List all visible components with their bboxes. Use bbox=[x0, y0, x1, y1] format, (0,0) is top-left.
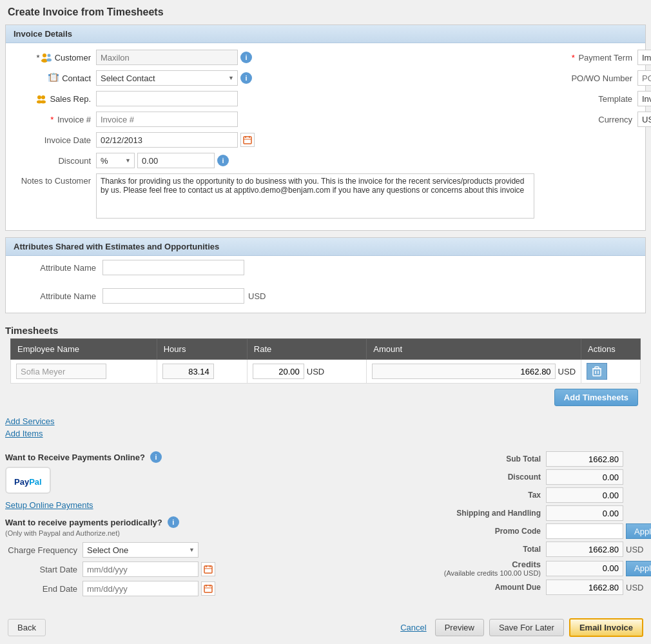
start-date-input[interactable] bbox=[83, 561, 199, 577]
col-actions: Actions bbox=[581, 339, 641, 360]
svg-text:📋: 📋 bbox=[48, 73, 59, 83]
payments-column: Want to Receive Payments Online? i PayPa… bbox=[5, 446, 375, 605]
sales-rep-input[interactable] bbox=[96, 91, 238, 106]
total-row: Total USD bbox=[388, 542, 646, 557]
notes-textarea[interactable]: Thanks for providing us the opportunity … bbox=[96, 173, 534, 219]
payment-term-select[interactable]: Immediate bbox=[637, 50, 651, 65]
amount-due-suffix: USD bbox=[623, 583, 646, 592]
attr1-row: Attribute Name bbox=[6, 256, 645, 279]
invoice-num-input[interactable] bbox=[96, 112, 238, 127]
add-links-section: Add Services Add Items bbox=[0, 411, 651, 446]
rate-suffix: USD bbox=[307, 367, 324, 376]
customer-input[interactable] bbox=[96, 50, 238, 65]
invoice-date-input[interactable]: 02/12/2013 bbox=[96, 132, 238, 148]
end-date-calendar-icon[interactable] bbox=[201, 581, 215, 596]
amount-input[interactable] bbox=[372, 364, 555, 379]
employee-name-input[interactable] bbox=[16, 364, 106, 379]
delete-timesheet-button[interactable] bbox=[587, 363, 607, 380]
email-invoice-button[interactable]: Email Invoice bbox=[569, 618, 643, 637]
template-row: Template Invoices Template bbox=[560, 91, 651, 106]
contact-select-wrap: Select Contact bbox=[96, 70, 238, 86]
paypal-button[interactable]: PayPal bbox=[5, 467, 51, 494]
total-discount-row: Discount bbox=[388, 469, 646, 485]
promo-row: Promo Code Apply bbox=[388, 523, 646, 539]
save-button[interactable]: Save For Later bbox=[489, 619, 564, 636]
invoice-details-section: Invoice Details * Customer i bbox=[5, 24, 646, 231]
add-items-link[interactable]: Add Items bbox=[5, 429, 646, 438]
preview-button[interactable]: Preview bbox=[435, 619, 484, 636]
setup-payments-link[interactable]: Setup Online Payments bbox=[5, 500, 93, 510]
invoice-num-row: * Invoice # bbox=[19, 112, 534, 127]
contact-label: Contact bbox=[62, 73, 91, 83]
end-date-label: End Date bbox=[5, 584, 83, 594]
payment-term-select-wrap: Immediate bbox=[637, 50, 651, 65]
credits-apply-button[interactable]: Apply bbox=[626, 561, 651, 576]
total-discount-value bbox=[546, 469, 623, 485]
customer-label: Customer bbox=[55, 53, 91, 63]
discount-info-icon[interactable]: i bbox=[217, 155, 229, 166]
periodic-payments-title: Want to receive payments periodically? i bbox=[5, 516, 375, 528]
rate-cell: USD bbox=[247, 360, 366, 384]
credits-note: (Available credits 100.00 USD) bbox=[430, 569, 541, 577]
add-services-link[interactable]: Add Services bbox=[5, 416, 646, 426]
charge-freq-select[interactable]: Select One bbox=[83, 542, 199, 558]
start-date-calendar-icon[interactable] bbox=[201, 562, 215, 576]
svg-point-0 bbox=[43, 54, 46, 57]
currency-row: Currency USD bbox=[560, 112, 651, 127]
back-button[interactable]: Back bbox=[8, 619, 46, 636]
periodic-note: (Only with Paypal and Authorize.net) bbox=[5, 529, 375, 537]
shipping-value bbox=[546, 505, 623, 521]
paypal-pal-text: Pal bbox=[29, 477, 42, 487]
cancel-button[interactable]: Cancel bbox=[397, 620, 429, 636]
tax-value bbox=[546, 487, 623, 503]
periodic-info-icon[interactable]: i bbox=[168, 516, 179, 528]
payment-term-label: Payment Term bbox=[578, 53, 632, 63]
shipping-row: Shipping and Handling bbox=[388, 505, 646, 521]
svg-point-9 bbox=[41, 95, 45, 99]
rate-input[interactable] bbox=[253, 364, 304, 379]
svg-rect-24 bbox=[204, 585, 212, 592]
promo-apply-button[interactable]: Apply bbox=[626, 523, 651, 539]
notes-row: Notes to Customer Thanks for providing u… bbox=[19, 173, 534, 219]
currency-select-wrap: USD bbox=[637, 112, 651, 127]
discount-type-select[interactable]: % $ bbox=[96, 153, 135, 168]
discount-value-input[interactable] bbox=[137, 153, 215, 168]
sales-rep-label: Sales Rep. bbox=[50, 94, 91, 104]
template-select[interactable]: Invoices Template bbox=[637, 91, 651, 106]
discount-type-select-wrap: % $ bbox=[96, 153, 135, 168]
contact-select[interactable]: Select Contact bbox=[96, 70, 238, 86]
footer: Back Cancel Preview Save For Later Email… bbox=[0, 612, 651, 643]
hours-input[interactable] bbox=[162, 364, 214, 379]
customer-info-icon[interactable]: i bbox=[240, 52, 252, 63]
currency-label: Currency bbox=[560, 115, 637, 124]
totals-column: Sub Total Discount Tax Shipping and Hand… bbox=[388, 446, 646, 605]
svg-rect-20 bbox=[204, 566, 212, 573]
attr1-input[interactable] bbox=[102, 260, 244, 275]
promo-label: Promo Code bbox=[430, 527, 546, 536]
amount-due-label: Amount Due bbox=[430, 583, 546, 592]
online-payments-info-icon[interactable]: i bbox=[150, 451, 162, 463]
amount-suffix: USD bbox=[558, 367, 576, 376]
promo-input[interactable] bbox=[546, 523, 623, 539]
contact-info-icon[interactable]: i bbox=[240, 72, 252, 84]
trash-icon bbox=[592, 366, 601, 376]
col-amount: Amount bbox=[367, 339, 581, 360]
amount-cell: USD bbox=[367, 360, 581, 384]
customer-row: * Customer i bbox=[19, 50, 534, 65]
total-suffix: USD bbox=[623, 545, 646, 554]
svg-point-10 bbox=[41, 101, 46, 104]
col-employee: Employee Name bbox=[11, 339, 157, 360]
currency-select[interactable]: USD bbox=[637, 112, 651, 127]
end-date-input[interactable] bbox=[83, 581, 199, 596]
add-timesheets-button[interactable]: Add Timesheets bbox=[554, 389, 638, 406]
tax-row: Tax bbox=[388, 487, 646, 503]
invoice-num-label: Invoice # bbox=[57, 115, 91, 124]
charge-freq-label: Charge Frequency bbox=[5, 545, 83, 555]
attr2-label: Attribute Name bbox=[19, 291, 102, 301]
po-wo-input[interactable] bbox=[637, 70, 651, 86]
template-label: Template bbox=[560, 94, 637, 104]
online-payments-title: Want to Receive Payments Online? i bbox=[5, 451, 375, 463]
attr2-input[interactable] bbox=[102, 288, 244, 304]
attr2-suffix: USD bbox=[248, 291, 266, 301]
invoice-date-calendar-icon[interactable] bbox=[240, 133, 255, 147]
